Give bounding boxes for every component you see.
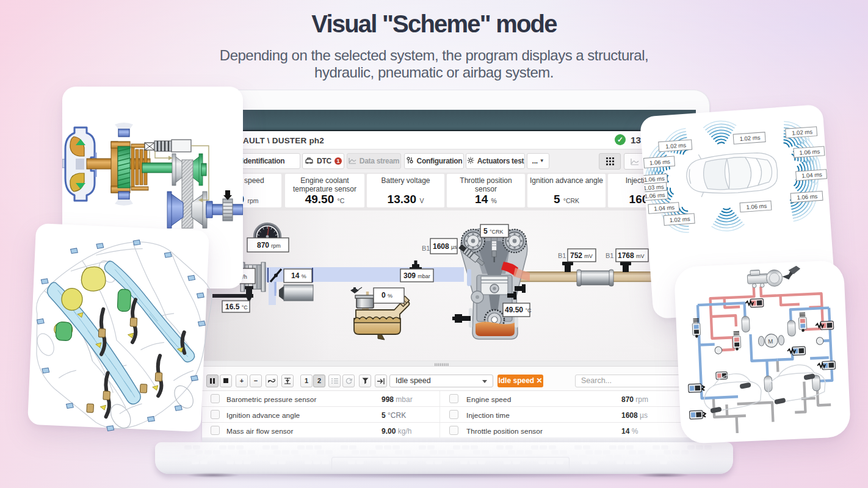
- svg-text:870 rpm: 870 rpm: [257, 241, 281, 249]
- svg-text:M: M: [768, 338, 773, 345]
- svg-text:B1: B1: [558, 252, 566, 259]
- svg-text:B1: B1: [606, 252, 613, 259]
- svg-text:1608 µs: 1608 µs: [433, 242, 457, 251]
- svg-text:14 %: 14 %: [291, 271, 306, 280]
- svg-text:1768 mV: 1768 mV: [618, 251, 645, 260]
- svg-text:5 °CRK: 5 °CRK: [483, 227, 504, 235]
- svg-text:752 mV: 752 mV: [570, 251, 593, 260]
- svg-text:0 %: 0 %: [382, 291, 392, 300]
- svg-text:49.50 °C: 49.50 °C: [505, 306, 532, 314]
- svg-text:309 mbar: 309 mbar: [403, 271, 430, 280]
- svg-text:16.5 °C: 16.5 °C: [225, 303, 248, 311]
- svg-text:B1: B1: [422, 245, 430, 252]
